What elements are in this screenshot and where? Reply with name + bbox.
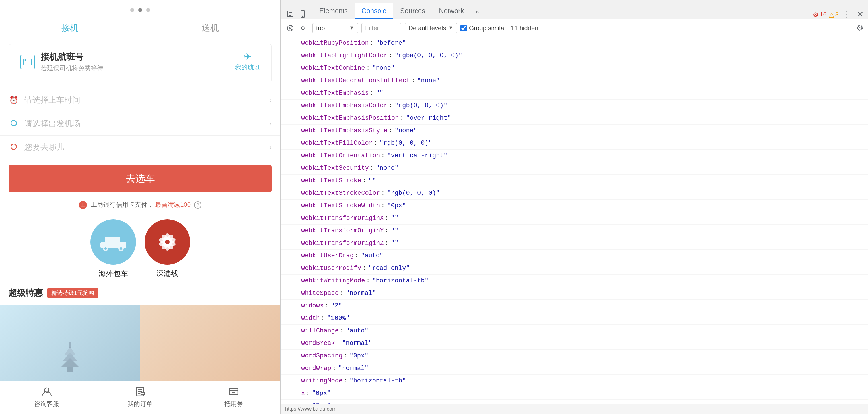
tab-sources[interactable]: Sources: [393, 3, 432, 19]
group-similar-toggle: Group similar: [461, 25, 506, 32]
devtools-more-icon[interactable]: ⋮: [842, 10, 850, 19]
circle-green-icon: [8, 120, 19, 127]
devtools-tab-bar: Elements Console Sources Network » ⊗ 16 …: [281, 0, 868, 19]
console-property: wordBreak: "normal": [281, 337, 868, 350]
time-placeholder: 请选择上车时间: [25, 95, 269, 105]
destination-placeholder: 您要去哪儿: [25, 142, 269, 153]
error-icon: ⊗: [813, 10, 818, 19]
svg-point-8: [120, 247, 122, 250]
console-property: webkitTextDecorationsInEffect: "none": [281, 74, 868, 87]
arrow-right-icon-2: ›: [269, 119, 272, 128]
devtools-tabs-more[interactable]: »: [471, 5, 483, 19]
airport-placeholder: 请选择出发机场: [25, 118, 269, 129]
console-property: widows: "2": [281, 300, 868, 312]
warn-icon: △: [829, 10, 834, 19]
devtools-close-icon[interactable]: ✕: [857, 10, 863, 19]
bauhinia-icon: [153, 228, 182, 256]
plane-icon: ✈: [244, 51, 252, 62]
car-icon: [98, 232, 129, 252]
app-panel: 接机 送机 接机航班号 若延误司机将免费等待 ✈ 我的航班: [0, 0, 280, 414]
my-flight-button[interactable]: ✈ 我的航班: [235, 51, 260, 72]
dot-3: [146, 8, 150, 12]
console-property: webkitTextStrokeColor: "rgb(0, 0, 0)": [281, 187, 868, 200]
super-deal-section: 超级特惠 精选特级1元抢购: [0, 281, 280, 305]
console-property: webkitTransformOriginY: "": [281, 225, 868, 237]
tab-pickup[interactable]: 接机: [0, 17, 140, 38]
console-property: webkitTextOrientation: "vertical-right": [281, 149, 868, 162]
devtools-inspect-icon[interactable]: [285, 9, 296, 19]
console-property: webkitTextEmphasis: "": [281, 87, 868, 100]
devtools-panel: Elements Console Sources Network » ⊗ 16 …: [280, 0, 868, 414]
context-selector-arrow: ▼: [349, 25, 354, 31]
tab-bar: 接机 送机: [0, 17, 280, 38]
arrow-right-icon: ›: [269, 96, 272, 105]
hidden-count-label: 11 hidden: [511, 25, 538, 32]
service-card-shenzhen[interactable]: 深港线: [145, 219, 190, 279]
time-row[interactable]: ⏰ 请选择上车时间 ›: [0, 88, 280, 112]
svg-point-2: [25, 60, 26, 60]
console-property: webkitRubyPosition: "before": [281, 37, 868, 49]
promo-image-1: [0, 305, 140, 381]
flight-section: 接机航班号 若延误司机将免费等待 ✈ 我的航班: [8, 44, 272, 82]
console-property: webkitUserModify: "read-only": [281, 262, 868, 275]
nav-vouchers[interactable]: 抵用券: [187, 386, 280, 408]
flight-subtitle: 若延误司机将免费等待: [41, 64, 103, 72]
log-levels-selector[interactable]: Default levels ▼: [405, 23, 457, 33]
console-property: webkitTapHighlightColor: "rgba(0, 0, 0, …: [281, 49, 868, 62]
devtools-status-bar: https://www.baidu.com: [281, 404, 868, 414]
console-property: x: "0px": [281, 387, 868, 400]
vouchers-icon: [228, 386, 240, 398]
console-property: webkitTextStroke: "": [281, 175, 868, 187]
console-property: webkitTextEmphasisColor: "rgb(0, 0, 0)": [281, 100, 868, 112]
tab-dropoff[interactable]: 送机: [140, 17, 281, 38]
tab-elements[interactable]: Elements: [312, 3, 354, 19]
dot-2: [138, 8, 142, 12]
super-deal-tag[interactable]: 精选特级1元抢购: [47, 288, 98, 298]
console-property: webkitTextStrokeWidth: "0px": [281, 200, 868, 212]
promo-bank-icon: 工: [79, 201, 87, 209]
nav-my-orders[interactable]: 我的订单: [93, 386, 187, 408]
promo-help-icon[interactable]: ?: [194, 201, 202, 209]
properties-list: webkitRubyPosition: "before"webkitTapHig…: [281, 37, 868, 404]
circle-red-icon: [8, 144, 19, 151]
console-property: webkitWritingMode: "horizontal-tb": [281, 275, 868, 287]
console-property: wordSpacing: "0px": [281, 350, 868, 362]
orders-icon: [134, 386, 146, 398]
console-property: webkitTextEmphasisPosition: "over right": [281, 112, 868, 125]
service-card-overseas[interactable]: 海外包车: [91, 219, 136, 279]
nav-customer-service[interactable]: 咨询客服: [0, 386, 93, 408]
console-property: y: "0px": [281, 400, 868, 404]
shenzhen-image: [145, 219, 190, 265]
console-clear-icon[interactable]: [285, 23, 296, 33]
console-settings-icon[interactable]: ⚙: [856, 23, 863, 33]
bottom-nav: 咨询客服 我的订单 抵用券: [0, 381, 280, 414]
console-filter-input[interactable]: Filter: [362, 23, 401, 33]
svg-point-35: [301, 27, 304, 30]
console-property: webkitTextSecurity: "none": [281, 162, 868, 175]
svg-rect-15: [67, 367, 73, 372]
console-output: webkitRubyPosition: "before"webkitTapHig…: [281, 37, 868, 404]
customer-service-icon: [41, 386, 53, 398]
pagoda-icon: [53, 341, 87, 375]
context-selector[interactable]: top ▼: [312, 23, 358, 33]
tab-network[interactable]: Network: [432, 3, 471, 19]
arrow-right-icon-3: ›: [269, 143, 272, 152]
svg-rect-26: [229, 388, 238, 395]
console-property: writingMode: "horizontal-tb": [281, 375, 868, 387]
status-url: https://www.baidu.com: [285, 406, 336, 412]
group-similar-checkbox[interactable]: [461, 25, 467, 31]
devtools-mobile-icon[interactable]: [298, 9, 308, 19]
svg-point-31: [303, 16, 303, 17]
console-property: webkitUserDrag: "auto": [281, 250, 868, 262]
console-property: whiteSpace: "normal": [281, 287, 868, 300]
bottom-images: [0, 305, 280, 381]
console-toolbar: top ▼ Filter Default levels ▼ Group simi…: [281, 19, 868, 37]
select-car-button[interactable]: 去选车: [8, 165, 272, 193]
airport-row[interactable]: 请选择出发机场 ›: [0, 112, 280, 135]
levels-arrow-icon: ▼: [448, 25, 453, 31]
destination-row[interactable]: 您要去哪儿 ›: [0, 135, 280, 159]
dot-1: [130, 8, 134, 12]
tab-console[interactable]: Console: [354, 3, 393, 19]
console-filter-icon[interactable]: [299, 23, 309, 33]
console-property: webkitTextCombine: "none": [281, 62, 868, 74]
